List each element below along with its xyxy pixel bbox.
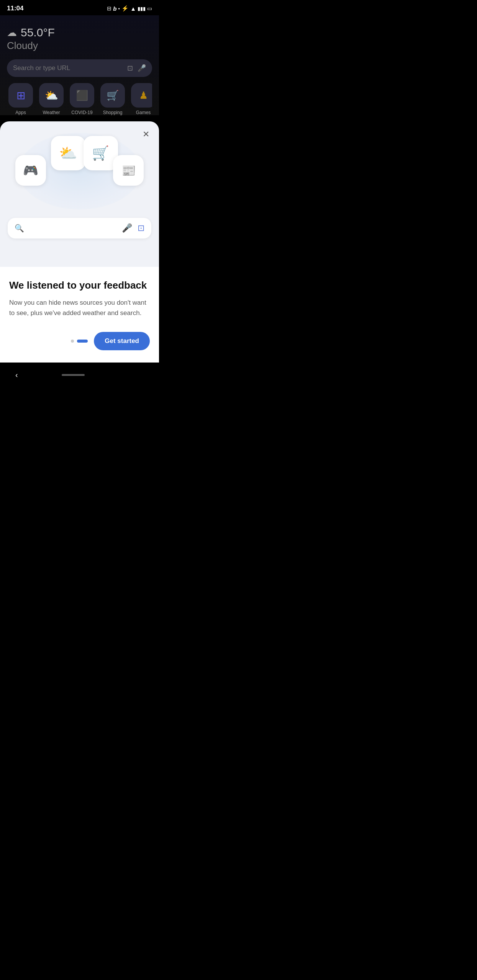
weather-cloud-icon: ☁ <box>7 27 17 39</box>
modal-weather-icon[interactable]: ⛅ <box>51 136 85 170</box>
weather-icon-box[interactable]: ⛅ <box>39 83 64 108</box>
games-icon-box[interactable]: ♟ <box>131 83 152 108</box>
status-time: 11:04 <box>7 5 23 12</box>
pagination-dot-1 <box>71 340 74 343</box>
navigation-bar: ‹ <box>0 363 159 390</box>
quick-icon-apps[interactable]: ⊞ Apps <box>7 83 34 115</box>
modal-games-icon[interactable]: 🎮 <box>15 155 46 186</box>
icons-cloud: ⛅ 🛒 🎮 📰 <box>8 129 151 213</box>
news-emoji: 📰 <box>121 164 136 177</box>
apps-label: Apps <box>15 110 26 115</box>
covid-icon-box[interactable]: ⬛ <box>70 83 94 108</box>
bing-icon: b <box>113 5 116 12</box>
bottom-actions: Get started <box>9 332 150 350</box>
signal-icon: ▮▮▮ <box>138 6 146 11</box>
qr-icon: ⊟ <box>107 5 111 11</box>
notification-dot: ● <box>118 7 120 10</box>
weather-temperature: 55.0°F <box>21 26 55 39</box>
back-button[interactable]: ‹ <box>15 371 18 379</box>
covid-label: COVID-19 <box>71 110 92 115</box>
weather-emoji: ⛅ <box>59 145 77 162</box>
battery-icon: ▭ <box>147 5 152 11</box>
status-bar: 11:04 ⊟ b ● ⚡ ▲ ▮▮▮ ▭ <box>0 0 159 15</box>
pagination-dot-2-active <box>77 340 88 343</box>
search-bar-icons: ⊡ 🎤 <box>127 64 146 72</box>
apps-icon-box[interactable]: ⊞ <box>8 83 33 108</box>
modal-search-right-icons: 🎤 ⊡ <box>122 223 144 233</box>
modal-search-bar[interactable]: 🔍 🎤 ⊡ <box>8 218 151 238</box>
weather-widget[interactable]: ☁ 55.0°F Cloudy <box>7 21 152 56</box>
modal-microphone-icon[interactable]: 🎤 <box>122 223 132 233</box>
quick-icon-games[interactable]: ♟ Games <box>129 83 152 115</box>
weather-label: Weather <box>43 110 60 115</box>
wifi-icon: ▲ <box>130 5 136 12</box>
modal-shopping-icon[interactable]: 🛒 <box>84 136 118 170</box>
bottom-content: We listened to your feedback Now you can… <box>0 267 159 363</box>
home-pill[interactable] <box>62 374 85 376</box>
search-input[interactable] <box>13 64 123 72</box>
microphone-icon[interactable]: 🎤 <box>138 64 146 72</box>
apps-icon: ⊞ <box>16 89 25 102</box>
quick-icon-shopping[interactable]: 🛒 Shopping <box>99 83 126 115</box>
pagination-dots <box>71 340 88 343</box>
camera-scan-icon[interactable]: ⊡ <box>127 64 133 72</box>
modal-news-icon[interactable]: 📰 <box>113 155 144 186</box>
search-bar[interactable]: ⊡ 🎤 <box>7 59 152 77</box>
modal-search-icon: 🔍 <box>15 224 24 233</box>
shopping-emoji: 🛒 <box>92 145 109 161</box>
modal-camera-icon[interactable]: ⊡ <box>138 223 144 233</box>
games-icon: ♟ <box>139 90 148 101</box>
quick-icon-weather[interactable]: ⛅ Weather <box>38 83 65 115</box>
quick-icon-covid[interactable]: ⬛ COVID-19 <box>68 83 96 115</box>
bluetooth-icon: ⚡ <box>121 5 129 12</box>
status-icons: ⊟ b ● ⚡ ▲ ▮▮▮ ▭ <box>107 5 152 12</box>
games-label: Games <box>136 110 151 115</box>
gamepad-emoji: 🎮 <box>23 163 38 178</box>
covid-icon: ⬛ <box>76 90 88 101</box>
main-background: ☁ 55.0°F Cloudy ⊡ 🎤 ⊞ Apps ⛅ Weather ⬛ <box>0 15 159 115</box>
bottom-description: Now you can hide news sources you don't … <box>9 297 150 318</box>
weather-icon: ⛅ <box>45 89 58 102</box>
weather-description: Cloudy <box>7 40 38 52</box>
modal-sheet: ✕ ⛅ 🛒 🎮 📰 🔍 🎤 ⊡ <box>0 121 159 267</box>
quick-icons-row: ⊞ Apps ⛅ Weather ⬛ COVID-19 🛒 Shopping ♟ <box>7 83 152 115</box>
shopping-icon-box[interactable]: 🛒 <box>100 83 125 108</box>
shopping-icon: 🛒 <box>107 90 119 101</box>
shopping-label: Shopping <box>103 110 123 115</box>
bottom-title: We listened to your feedback <box>9 279 150 292</box>
get-started-button[interactable]: Get started <box>94 332 150 350</box>
